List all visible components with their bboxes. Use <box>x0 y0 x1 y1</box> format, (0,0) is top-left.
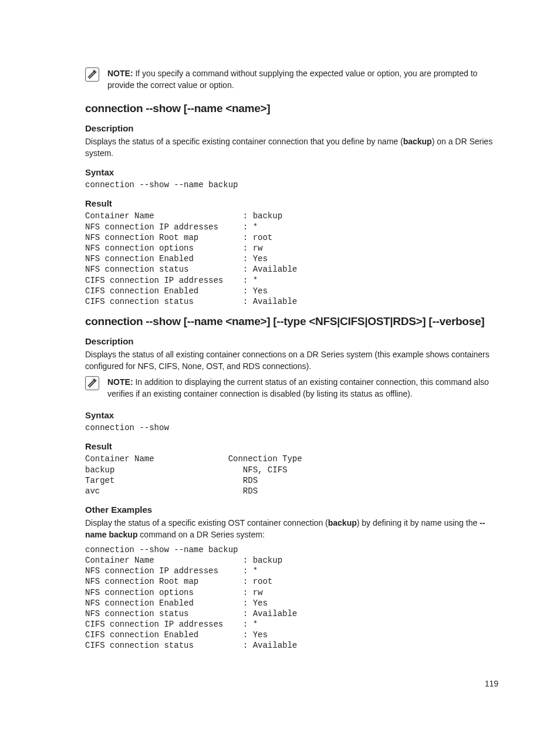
note-icon <box>85 376 99 390</box>
section2-syntax-code: connection --show <box>85 422 495 433</box>
section2-other-code: connection --show --name backup Containe… <box>85 545 495 651</box>
section2-result-code: Container Name Connection Type backup NF… <box>85 454 495 496</box>
section2-description-text: Displays the status of all existing cont… <box>85 349 495 373</box>
page-number: 119 <box>485 679 498 688</box>
note-block-2: NOTE: In addition to displaying the curr… <box>85 376 495 400</box>
section2-title: connection --show [--name <name>] [--typ… <box>85 315 495 328</box>
note-icon <box>85 67 99 82</box>
section1-syntax-code: connection --show --name backup <box>85 180 495 190</box>
note-body-text: In addition to displaying the current st… <box>107 377 489 398</box>
section1-result-heading: Result <box>85 198 495 208</box>
section2-syntax-heading: Syntax <box>85 410 495 420</box>
section2-other-heading: Other Examples <box>85 505 495 515</box>
note-block: NOTE: If you specify a command without s… <box>85 67 495 92</box>
section1-description-heading: Description <box>85 123 495 133</box>
page-content: NOTE: If you specify a command without s… <box>0 0 560 744</box>
section1-description-text: Displays the status of a specific existi… <box>85 136 495 160</box>
note-label: NOTE: <box>107 69 133 78</box>
section1-syntax-heading: Syntax <box>85 167 495 177</box>
note-body-text: If you specify a command without supplyi… <box>107 69 477 90</box>
section2-description-heading: Description <box>85 336 495 346</box>
section2-other-text: Display the status of a specific existin… <box>85 517 495 541</box>
section1-result-code: Container Name : backup NFS connection I… <box>85 211 495 307</box>
note-text: NOTE: If you specify a command without s… <box>107 67 495 92</box>
note-text-2: NOTE: In addition to displaying the curr… <box>107 376 495 400</box>
note-label: NOTE: <box>107 377 133 387</box>
section1-title: connection --show [--name <name>] <box>85 102 495 115</box>
section2-result-heading: Result <box>85 441 495 451</box>
